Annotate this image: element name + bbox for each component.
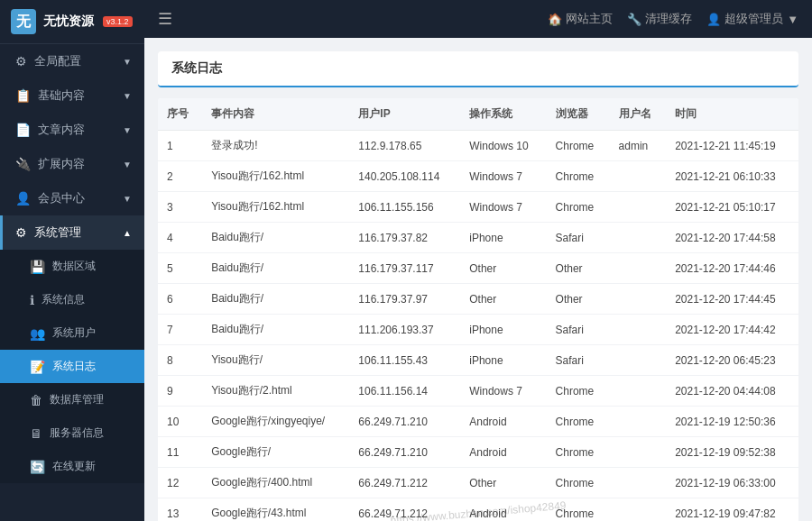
update-icon: 🔄 (30, 460, 45, 474)
table-cell: 2021-12-20 04:44:08 (666, 376, 798, 407)
table-cell: Google跑行/xingyeqiye/ (202, 407, 349, 437)
table-cell: 2021-12-20 17:44:46 (666, 253, 798, 284)
table-cell: Safari (547, 345, 610, 376)
menu-label: 基础内容 (38, 87, 85, 104)
data-icon: 💾 (30, 260, 45, 274)
submenu-label: 系统日志 (52, 359, 96, 374)
sidebar-item-system-info[interactable]: ℹ 系统信息 (0, 283, 144, 316)
table-cell: 2021-12-19 09:47:82 (666, 498, 798, 522)
table-cell: 66.249.71.210 (349, 407, 460, 437)
submenu-label: 在线更新 (52, 459, 96, 474)
cache-icon: 🔧 (627, 13, 641, 26)
table-cell: Windows 7 (460, 161, 546, 192)
table-cell: 2021-12-21 11:45:19 (666, 131, 798, 161)
version-badge: v3.1.2 (103, 16, 133, 27)
table-cell: Baidu跑行/ (202, 284, 349, 315)
sidebar-item-system-management[interactable]: ⚙ 系统管理 ▲ (0, 215, 144, 250)
table-row: 8Yisou跑行/106.11.155.43iPhoneSafari2021-1… (158, 345, 798, 376)
table-cell: 5 (158, 253, 202, 284)
table-row: 11Google跑行/66.249.71.210AndroidChrome202… (158, 437, 798, 468)
table-cell: 10 (158, 407, 202, 437)
sidebar: 无 无忧资源 v3.1.2 ⚙ 全局配置 ▼ 📋 基础内容 ▼ 📄 文章内容 ▼… (0, 0, 144, 521)
submenu-label: 服务器信息 (50, 425, 104, 441)
table-cell: Yisou跑行/162.html (202, 192, 349, 223)
admin-icon: 👤 (706, 13, 721, 26)
table-cell: 112.9.178.65 (349, 131, 460, 161)
table-cell: 2021-12-21 05:10:17 (666, 192, 798, 223)
sidebar-item-extended-content[interactable]: 🔌 扩展内容 ▼ (0, 147, 144, 181)
sidebar-item-online-update[interactable]: 🔄 在线更新 (0, 450, 144, 483)
table-cell: 2021-12-20 06:45:23 (666, 345, 798, 376)
table-cell (610, 498, 667, 522)
table-cell: 8 (158, 345, 202, 376)
table-body: 1登录成功!112.9.178.65Windows 10Chromeadmin2… (158, 131, 798, 522)
table-cell: Chrome (547, 437, 610, 468)
table-cell: 106.11.155.43 (349, 345, 460, 376)
submenu-label: 数据区域 (52, 259, 96, 274)
hamburger-icon[interactable]: ☰ (158, 9, 172, 29)
table-row: 2Yisou跑行/162.html140.205.108.114Windows … (158, 161, 798, 192)
home-link[interactable]: 🏠 网站主页 (548, 11, 613, 27)
table-cell: admin (610, 131, 667, 161)
table-cell: 12 (158, 468, 202, 498)
log-table: 序号 事件内容 用户IP 操作系统 浏览器 用户名 时间 1登录成功!112.9… (158, 98, 798, 521)
cache-label: 清理缓存 (645, 11, 692, 27)
table-cell: Baidu跑行/ (202, 315, 349, 345)
table-cell: 140.205.108.114 (349, 161, 460, 192)
table-cell: Windows 7 (460, 376, 546, 407)
table-cell: iPhone (460, 315, 546, 345)
menu-label: 文章内容 (38, 122, 85, 138)
col-browser: 浏览器 (547, 98, 610, 131)
sidebar-item-data-zone[interactable]: 💾 数据区域 (0, 250, 144, 283)
table-row: 10Google跑行/xingyeqiye/66.249.71.210Andro… (158, 407, 798, 437)
table-cell (610, 253, 667, 284)
table-cell: Safari (547, 315, 610, 345)
topbar-right: 🏠 网站主页 🔧 清理缓存 👤 超级管理员 ▼ (548, 11, 798, 27)
dropdown-icon: ▼ (787, 13, 798, 26)
table-cell: 3 (158, 192, 202, 223)
menu-label: 全局配置 (34, 53, 81, 69)
table-cell: 66.249.71.212 (349, 498, 460, 522)
chevron-icon: ▼ (123, 57, 132, 67)
table-cell: Google跑行/400.html (202, 468, 349, 498)
cache-link[interactable]: 🔧 清理缓存 (627, 11, 692, 27)
table-row: 3Yisou跑行/162.html106.11.155.156Windows 7… (158, 192, 798, 223)
table-cell: Other (547, 253, 610, 284)
page-title: 系统日志 (171, 60, 785, 77)
sidebar-item-article-content[interactable]: 📄 文章内容 ▼ (0, 113, 144, 147)
home-label: 网站主页 (566, 11, 613, 27)
table-cell: 2021-12-19 09:52:38 (666, 437, 798, 468)
chevron-icon: ▼ (123, 91, 132, 101)
server-icon: 🖥 (30, 426, 42, 441)
col-os: 操作系统 (460, 98, 546, 131)
table-cell (610, 376, 667, 407)
menu-label: 扩展内容 (38, 156, 85, 172)
admin-link[interactable]: 👤 超级管理员 ▼ (706, 11, 798, 27)
sidebar-item-system-user[interactable]: 👥 系统用户 (0, 316, 144, 350)
table-cell: 116.179.37.82 (349, 223, 460, 253)
table-cell (610, 345, 667, 376)
sidebar-item-db-management[interactable]: 🗑 数据库管理 (0, 383, 144, 416)
table-cell: Chrome (547, 131, 610, 161)
table-cell (610, 437, 667, 468)
admin-label: 超级管理员 (724, 11, 783, 27)
table-cell: Other (547, 284, 610, 315)
sidebar-item-member-center[interactable]: 👤 会员中心 ▼ (0, 181, 144, 215)
basic-icon: 📋 (15, 88, 31, 103)
submenu-label: 系统用户 (52, 325, 96, 341)
table-cell: 66.249.71.212 (349, 468, 460, 498)
table-cell: 11 (158, 437, 202, 468)
menu-label: 系统管理 (34, 224, 81, 241)
table-header: 序号 事件内容 用户IP 操作系统 浏览器 用户名 时间 (158, 98, 798, 131)
table-cell: 登录成功! (202, 131, 349, 161)
sidebar-item-server-info[interactable]: 🖥 服务器信息 (0, 416, 144, 450)
chevron-icon: ▼ (123, 125, 132, 135)
sidebar-item-system-log[interactable]: 📝 系统日志 (0, 350, 144, 383)
table-cell: 116.179.37.117 (349, 253, 460, 284)
table-cell: Yisou跑行/2.html (202, 376, 349, 407)
table-cell (610, 468, 667, 498)
sidebar-item-all-settings[interactable]: ⚙ 全局配置 ▼ (0, 44, 144, 78)
sidebar-item-basic-content[interactable]: 📋 基础内容 ▼ (0, 78, 144, 113)
home-icon: 🏠 (548, 13, 562, 26)
log-table-container: 序号 事件内容 用户IP 操作系统 浏览器 用户名 时间 1登录成功!112.9… (158, 98, 798, 521)
